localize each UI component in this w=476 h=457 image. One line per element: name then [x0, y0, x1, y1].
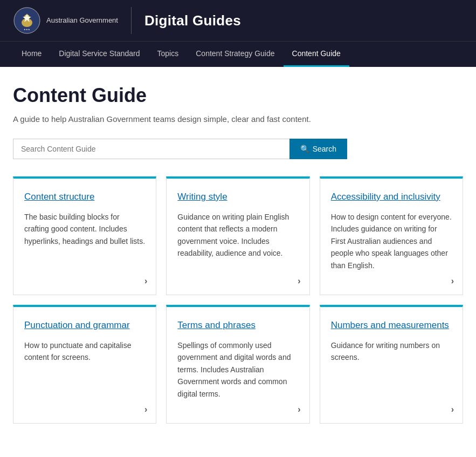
search-container: 🔍 Search	[13, 139, 347, 159]
card-accessibility-and-inclusivity[interactable]: Accessibility and inclusivity How to des…	[320, 176, 463, 295]
card-title-numbers: Numbers and measurements	[331, 320, 452, 331]
card-arrow-punctuation: ›	[144, 405, 147, 414]
card-description-terms: Spellings of commonly used government an…	[177, 339, 298, 412]
card-arrow-content-structure: ›	[144, 276, 147, 286]
search-icon: 🔍	[300, 145, 309, 153]
main-content: Content Guide A guide to help Australian…	[0, 67, 476, 441]
search-button-label: Search	[313, 145, 336, 153]
svg-text:★★★: ★★★	[24, 28, 30, 31]
card-title-terms: Terms and phrases	[177, 320, 298, 331]
card-description-punctuation: How to punctuate and capitalise content …	[24, 339, 145, 412]
cards-grid: Content structure The basic building blo…	[13, 176, 463, 424]
card-title-accessibility: Accessibility and inclusivity	[331, 192, 452, 202]
main-nav: Home Digital Service Standard Topics Con…	[0, 41, 476, 67]
card-numbers-and-measurements[interactable]: Numbers and measurements Guidance for wr…	[320, 305, 463, 424]
coat-of-arms-icon: ★★★	[13, 6, 41, 35]
site-header: ★★★ Australian Government Digital Guides	[0, 0, 476, 41]
nav-item-home[interactable]: Home	[13, 42, 50, 67]
nav-item-content-strategy-guide[interactable]: Content Strategy Guide	[187, 42, 283, 67]
card-arrow-numbers: ›	[451, 405, 454, 414]
logo-area: ★★★ Australian Government	[13, 6, 118, 35]
card-description-accessibility: How to design content for everyone. Incl…	[331, 211, 452, 284]
card-arrow-writing-style: ›	[298, 276, 300, 286]
card-terms-and-phrases[interactable]: Terms and phrases Spellings of commonly …	[166, 305, 309, 424]
search-input[interactable]	[13, 139, 289, 159]
card-punctuation-and-grammar[interactable]: Punctuation and grammar How to punctuate…	[13, 305, 156, 424]
site-title: Digital Guides	[144, 12, 241, 29]
card-arrow-terms: ›	[298, 405, 300, 414]
header-divider	[131, 7, 132, 34]
card-title-punctuation: Punctuation and grammar	[24, 320, 145, 331]
search-button[interactable]: 🔍 Search	[289, 139, 347, 159]
nav-item-topics[interactable]: Topics	[149, 42, 188, 67]
card-description-writing-style: Guidance on writing plain English conten…	[177, 211, 298, 284]
card-arrow-accessibility: ›	[451, 276, 454, 286]
card-content-structure[interactable]: Content structure The basic building blo…	[13, 176, 156, 295]
page-subtitle: A guide to help Australian Government te…	[13, 114, 463, 124]
nav-item-content-guide[interactable]: Content Guide	[284, 42, 349, 67]
card-description-content-structure: The basic building blocks for crafting g…	[24, 211, 145, 284]
card-title-writing-style: Writing style	[177, 192, 298, 202]
nav-item-digital-service-standard[interactable]: Digital Service Standard	[50, 42, 148, 67]
card-writing-style[interactable]: Writing style Guidance on writing plain …	[166, 176, 309, 295]
page-title: Content Guide	[13, 84, 463, 107]
card-title-content-structure: Content structure	[24, 192, 145, 202]
card-description-numbers: Guidance for writing numbers on screens.	[331, 339, 452, 412]
gov-label: Australian Government	[46, 16, 118, 25]
